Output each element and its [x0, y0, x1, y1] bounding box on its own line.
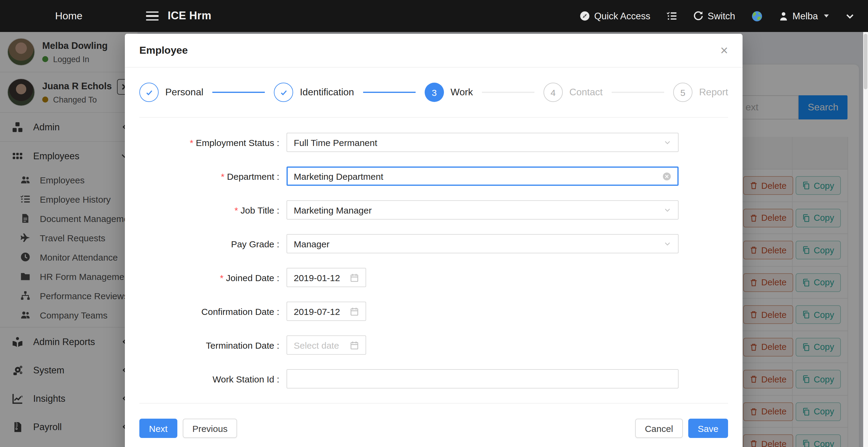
confirmation-date-row: Confirmation Date 2019-07-12	[140, 302, 728, 321]
chevron-down-icon	[663, 240, 671, 248]
step-identification[interactable]: Identification	[274, 83, 354, 102]
step-report[interactable]: 5 Report	[673, 83, 728, 102]
step-check-circle	[274, 83, 293, 102]
step-connector	[612, 92, 664, 93]
tasks-button[interactable]	[666, 11, 677, 21]
switch-icon	[693, 11, 703, 21]
step-check-circle	[140, 83, 159, 102]
joined-date-input[interactable]: 2019-01-12	[286, 268, 366, 287]
step-label: Work	[451, 87, 473, 98]
hamburger-menu-icon[interactable]	[146, 11, 159, 21]
confirmation-date-input[interactable]: 2019-07-12	[286, 302, 366, 321]
chevron-down-icon	[845, 11, 855, 21]
close-icon[interactable]: ×	[720, 44, 728, 57]
app-screen: Home ICE Hrm Quick Access Switch Melba	[0, 0, 868, 447]
department-row: Department Marketing Department	[140, 167, 728, 186]
wizard-steps: Personal Identification 3 Work 4 Contact	[140, 67, 728, 118]
termination-date-input[interactable]: Select date	[286, 335, 366, 355]
field-label: Confirmation Date	[140, 306, 286, 317]
step-label: Identification	[300, 87, 354, 98]
step-connector	[482, 92, 534, 93]
step-contact[interactable]: 4 Contact	[544, 83, 602, 102]
chevron-down-icon	[663, 139, 671, 146]
globe-icon	[752, 10, 763, 22]
field-label: Employment Status	[140, 137, 286, 148]
cancel-button[interactable]: Cancel	[635, 419, 683, 438]
app-brand: ICE Hrm	[168, 10, 211, 22]
modal-title: Employee	[140, 44, 188, 56]
employment-status-select[interactable]: Full Time Permanent	[286, 133, 679, 152]
check-icon	[145, 88, 154, 97]
modal-footer: Next Previous Cancel Save	[125, 404, 743, 438]
job-title-select[interactable]: Marketing Manager	[286, 200, 679, 219]
save-button[interactable]: Save	[688, 419, 728, 438]
step-work[interactable]: 3 Work	[425, 83, 473, 102]
step-personal[interactable]: Personal	[140, 83, 203, 102]
modal-body: Employment Status Full Time Permanent De…	[125, 118, 743, 388]
work-station-id-input[interactable]	[286, 369, 679, 388]
quick-access-button[interactable]: Quick Access	[580, 10, 650, 22]
navbar-right: Quick Access Switch Melba	[580, 10, 855, 22]
field-label: Work Station Id	[140, 374, 286, 384]
scrollbar-thumb[interactable]	[864, 34, 867, 89]
job-title-row: Job Title Marketing Manager	[140, 200, 728, 219]
quick-access-label: Quick Access	[594, 10, 650, 22]
termination-date-row: Termination Date Select date	[140, 335, 728, 355]
department-select[interactable]: Marketing Department	[286, 167, 679, 186]
next-button[interactable]: Next	[140, 419, 177, 438]
field-label: Job Title	[140, 205, 286, 215]
modal-header: Employee ×	[125, 34, 743, 67]
user-menu[interactable]: Melba	[779, 10, 829, 22]
nav-home[interactable]: Home	[0, 10, 137, 22]
step-number-circle: 5	[673, 83, 692, 102]
checklist-icon	[666, 11, 677, 21]
step-label: Contact	[569, 87, 602, 98]
navbar-collapse-button[interactable]	[845, 11, 855, 21]
step-label: Report	[699, 87, 728, 98]
clear-icon[interactable]	[662, 172, 671, 181]
step-number-circle: 4	[544, 83, 563, 102]
joined-date-row: Joined Date 2019-01-12	[140, 268, 728, 287]
step-connector	[363, 92, 415, 93]
previous-button[interactable]: Previous	[183, 419, 237, 438]
user-icon	[779, 11, 788, 21]
calendar-icon	[350, 307, 359, 316]
work-station-id-row: Work Station Id	[140, 369, 728, 388]
field-label: Department	[140, 171, 286, 181]
pay-grade-select[interactable]: Manager	[286, 234, 679, 254]
user-menu-label: Melba	[793, 10, 818, 22]
switch-label: Switch	[708, 10, 735, 22]
caret-down-icon	[824, 14, 829, 18]
field-label: Joined Date	[140, 272, 286, 282]
employee-modal: Employee × Personal Identification 3 Wor…	[125, 34, 743, 447]
switch-user-button[interactable]: Switch	[693, 10, 735, 22]
scrollbar[interactable]	[863, 32, 868, 447]
field-label: Termination Date	[140, 340, 286, 350]
pay-grade-row: Pay Grade Manager	[140, 234, 728, 254]
employment-status-row: Employment Status Full Time Permanent	[140, 133, 728, 152]
language-globe-button[interactable]	[752, 10, 763, 22]
chevron-down-icon	[663, 206, 671, 214]
calendar-icon	[350, 273, 359, 282]
top-navbar: Home ICE Hrm Quick Access Switch Melba	[0, 0, 868, 32]
step-number-circle: 3	[425, 83, 444, 102]
step-label: Personal	[165, 87, 203, 98]
calendar-icon	[350, 340, 359, 350]
compass-icon	[580, 11, 590, 21]
step-connector	[212, 92, 265, 93]
field-label: Pay Grade	[140, 239, 286, 249]
check-icon	[279, 88, 288, 97]
